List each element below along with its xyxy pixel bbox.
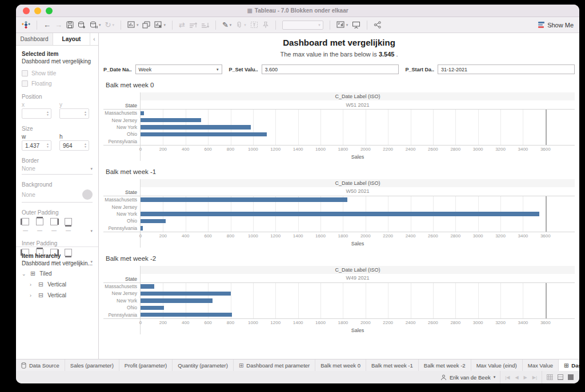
height-stepper[interactable]: ▲▼ <box>59 140 89 151</box>
bar-new-jersey[interactable] <box>141 118 201 123</box>
share-button[interactable] <box>374 21 382 29</box>
sheet-tab-dashboard-met-vergelijking[interactable]: ⊞Dashboard met vergelijking <box>559 359 579 371</box>
collapse-pane-button[interactable]: ‹ <box>90 33 98 45</box>
tree-item-vertical[interactable]: ›⊟Vertical <box>30 292 93 299</box>
outer-padding-left[interactable]: — <box>22 218 29 233</box>
outer-padding-top[interactable]: — <box>36 218 43 233</box>
category-label[interactable]: New Jersey <box>112 290 137 297</box>
height-input[interactable] <box>60 143 81 149</box>
fit-selector[interactable]: ▾ <box>282 21 323 30</box>
category-label[interactable]: New York <box>117 211 137 217</box>
category-label[interactable]: Pennsylvania <box>108 225 137 232</box>
tree-item-vertical[interactable]: ›⊟Vertical <box>30 281 93 288</box>
outer-padding-right[interactable]: — <box>50 218 58 233</box>
outer-padding-bottom[interactable]: — <box>65 218 72 233</box>
duplicate-sheet-button[interactable] <box>142 21 150 29</box>
fix-axes-pin-button[interactable] <box>262 21 269 29</box>
category-label[interactable]: New York <box>117 124 137 131</box>
show-title-checkbox[interactable] <box>22 70 28 76</box>
next-sheet-button[interactable]: ▶ <box>524 375 527 380</box>
category-label[interactable]: Massachusetts <box>105 196 137 203</box>
group-members-button[interactable]: ▾ <box>235 21 246 29</box>
width-input[interactable] <box>22 143 43 149</box>
previous-sheet-button[interactable]: ◀ <box>515 375 518 380</box>
sheet-tab-balk-met-week-2[interactable]: Balk met week -2 <box>419 359 471 371</box>
sheet-tab-max-value[interactable]: Max Value <box>523 359 559 371</box>
last-sheet-button[interactable]: ▶| <box>532 375 537 380</box>
new-worksheet-button[interactable]: ▾ <box>127 21 139 29</box>
sheet-tab-balk-met-week-0[interactable]: Balk met week 0 <box>315 359 366 371</box>
expander-icon[interactable]: ⌄ <box>22 271 26 277</box>
bar-pennsylvania[interactable] <box>141 313 232 317</box>
category-label[interactable]: New Jersey <box>112 116 137 123</box>
bar-new-york[interactable] <box>141 298 213 303</box>
background-select[interactable]: None <box>22 189 93 203</box>
presentation-mode-button[interactable] <box>352 21 360 29</box>
sheet-tab-dashboard-met-parameter[interactable]: ⊞Dashboard met parameter <box>234 359 315 371</box>
tableau-logo-icon[interactable] <box>22 21 30 29</box>
sheet-tab-quantity-parameter-[interactable]: Quantity (parameter) <box>173 359 234 371</box>
show-sheet-view-button[interactable] <box>568 374 574 380</box>
show-filmstrip-view-button[interactable] <box>558 374 563 380</box>
text-label-button[interactable] <box>250 21 258 29</box>
bar-ohio[interactable] <box>141 306 164 310</box>
outer-padding-dropdown[interactable]: ▾ <box>90 229 93 233</box>
category-label[interactable]: Ohio <box>127 217 137 224</box>
bar-new-york[interactable] <box>141 212 539 216</box>
param-start-date-input[interactable] <box>441 67 571 72</box>
show-tabs-view-button[interactable] <box>547 374 553 380</box>
pause-auto-updates-button[interactable]: ▾ <box>90 21 101 29</box>
category-label[interactable]: Pennsylvania <box>108 311 137 318</box>
bar-massachusetts[interactable] <box>141 111 144 116</box>
background-swatch[interactable] <box>82 189 93 200</box>
border-select[interactable]: None▾ <box>22 165 93 175</box>
bar-new-jersey[interactable] <box>141 292 231 296</box>
x-position-input[interactable] <box>22 111 43 117</box>
floating-checkbox[interactable] <box>22 80 28 87</box>
category-label[interactable]: Massachusetts <box>105 110 137 116</box>
param-set-value-field[interactable] <box>262 64 399 74</box>
y-position-input[interactable] <box>60 111 81 117</box>
expander-icon[interactable]: › <box>30 282 34 288</box>
sheet-tab-profit-parameter-[interactable]: Profit (parameter) <box>119 359 173 371</box>
sheet-tab-balk-met-week-1[interactable]: Balk met week -1 <box>366 359 419 371</box>
first-sheet-button[interactable]: |◀ <box>505 375 510 380</box>
bar-pennsylvania[interactable] <box>141 226 143 231</box>
width-stepper[interactable]: ▲▼ <box>22 140 51 151</box>
expander-icon[interactable]: › <box>30 293 34 298</box>
bar-ohio[interactable] <box>141 132 267 137</box>
sheet-tab-data-source[interactable]: Data Source <box>16 359 65 371</box>
x-position-stepper[interactable]: ▲▼ <box>22 108 51 119</box>
param-set-value-input[interactable] <box>265 67 395 72</box>
category-label[interactable]: Massachusetts <box>105 283 137 290</box>
category-label[interactable]: Ohio <box>127 131 137 138</box>
new-data-source-button[interactable] <box>78 21 86 29</box>
show-me-button[interactable]: Show Me <box>538 22 574 29</box>
param-start-date-field[interactable] <box>438 64 575 74</box>
titlebar[interactable]: ▦Tableau - 7.0 Blokken onder elkaar <box>16 5 579 17</box>
sheet-tab-max-value-eind-[interactable]: Max Value (eind) <box>471 359 523 371</box>
y-position-stepper[interactable]: ▲▼ <box>59 108 89 119</box>
tree-item-tiled[interactable]: ⌄⊞Tiled <box>22 270 93 277</box>
param-date-dropdown[interactable]: Week▾ <box>135 64 222 74</box>
highlight-button[interactable]: ✎▾ <box>222 21 231 29</box>
category-label[interactable]: New York <box>117 297 137 304</box>
category-label[interactable]: Pennsylvania <box>108 138 137 145</box>
sheet-tab-sales-parameter-[interactable]: Sales (parameter) <box>65 359 119 371</box>
bar-massachusetts[interactable] <box>141 284 154 289</box>
undo-button[interactable]: ← <box>43 21 51 29</box>
sort-descending-button[interactable] <box>201 21 209 29</box>
redo-button[interactable]: → <box>55 21 62 29</box>
category-label[interactable]: Ohio <box>127 304 137 311</box>
tab-layout[interactable]: Layout <box>53 33 90 45</box>
run-update-button[interactable]: ↻▾ <box>105 21 114 29</box>
bar-new-york[interactable] <box>141 125 251 130</box>
show-mark-labels-button[interactable]: ▾ <box>336 21 348 29</box>
clear-sheet-button[interactable]: ▾ <box>154 21 166 29</box>
category-label[interactable]: New Jersey <box>112 203 137 210</box>
sort-ascending-button[interactable] <box>189 21 197 29</box>
user-menu[interactable]: Erik van de Beek ▾ <box>440 374 495 381</box>
bar-ohio[interactable] <box>141 219 166 224</box>
bar-massachusetts[interactable] <box>141 197 347 202</box>
save-button[interactable] <box>66 21 74 29</box>
